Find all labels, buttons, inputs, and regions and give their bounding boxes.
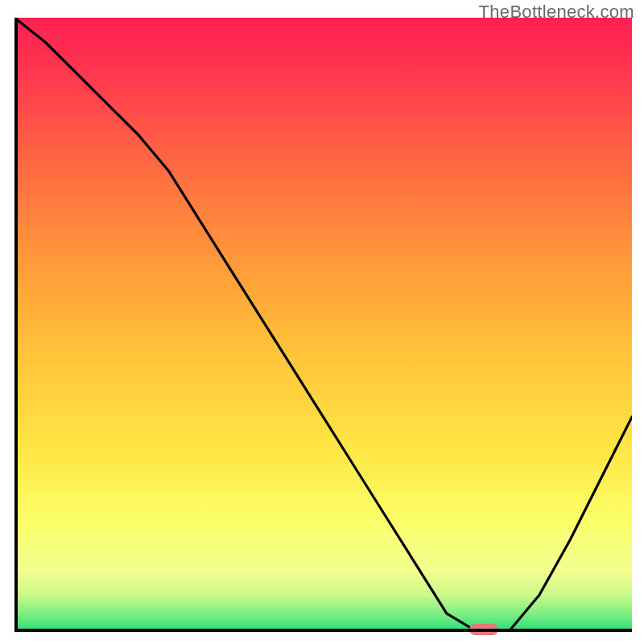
x-axis: [14, 629, 632, 632]
bottleneck-curve: [14, 18, 632, 632]
y-axis: [14, 18, 18, 632]
chart-area: [14, 18, 632, 632]
